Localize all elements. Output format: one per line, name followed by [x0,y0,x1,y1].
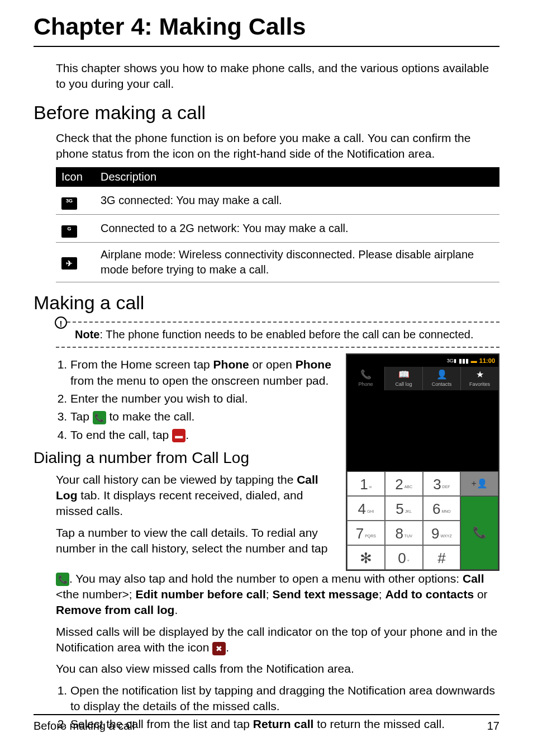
icon-2g: G [61,225,77,238]
tab-contacts[interactable]: 👤 Contacts [423,367,461,390]
p4a: Missed calls will be displayed by the ca… [56,625,497,654]
calllog-p1: Your call history can be viewed by tappi… [56,472,339,519]
missed-call-icon: ✖ [212,642,226,655]
call-icon: 📞 [93,411,106,424]
step-1: From the Home screen tap Phone or open P… [70,357,339,389]
desc-2g: Connected to a 2G network: You may make … [95,215,499,243]
icon-3g: 3G [61,197,77,210]
step4-text-a: To end the call, tap [70,428,172,441]
step1-text-e: from the menu to open the onscreen numbe… [70,374,329,387]
step1-text-c: or open [249,358,296,371]
p3e: ; [266,588,273,601]
key-5[interactable]: 5JKL [385,496,423,521]
key-0[interactable]: 0+ [385,545,423,570]
contacts-tab-icon: 👤 [423,370,460,379]
step-4: To end the call, tap ▬. [70,427,339,443]
table-row: G Connected to a 2G network: You may mak… [56,215,499,243]
note-body: : The phone function needs to be enabled… [99,328,473,341]
key-9[interactable]: 9WXYZ [423,521,461,545]
p3f: Send text message [273,588,379,601]
call-icon: 📞 [56,573,69,586]
note-label: Note [75,328,99,341]
before-body: Check that the phone function is on befo… [56,130,499,162]
table-row: ✈ Airplane mode: Wireless connectivity d… [56,243,499,282]
phone-number-display [347,390,498,471]
making-call-steps: From the Home screen tap Phone or open P… [56,357,339,443]
tab-phone[interactable]: 📞 Phone [347,367,385,390]
tab-calllog-label: Call log [395,381,412,387]
step4-text-b: . [185,428,189,441]
key-hash[interactable]: # [423,545,461,570]
p3g: ; [379,588,386,601]
p3b: Call [463,572,484,585]
status-3g-icon: 3G▮ [447,357,456,364]
missed-step-1: Open the notification list by tapping an… [70,683,499,715]
key-8[interactable]: 8TUV [385,521,423,545]
footer-page-number: 17 [487,719,499,734]
step3-text-a: Tap [70,410,93,423]
tab-favorites-label: Favorites [469,381,490,387]
p3d: Edit number before call [135,588,265,601]
desc-3g: 3G connected: You may make a call. [95,187,499,215]
step3-text-b: to make the call. [106,410,195,423]
tab-phone-label: Phone [358,381,373,387]
icon-airplane: ✈ [61,257,77,270]
col-icon: Icon [56,167,95,187]
calllog-tab-icon: 📖 [385,370,422,379]
calllog-p5: You can also view missed calls from the … [56,661,499,677]
add-contact-icon: +👤 [471,478,487,490]
step-2: Enter the number you wish to dial. [70,391,339,407]
key-7[interactable]: 7PQRS [347,521,385,545]
tab-favorites[interactable]: ★ Favorites [461,367,498,390]
title-rule [34,46,499,47]
subsection-calllog-heading: Dialing a number from Call Log [34,447,339,469]
phone-keypad: 1∞ 2ABC 3DEF +👤 4GHI 5JKL 6MNO 📞 7PQRS 8… [347,471,498,570]
key-2[interactable]: 2ABC [385,471,423,496]
p4b: . [226,641,229,654]
p3h: Add to contacts [385,588,474,601]
icon-table: Icon Description 3G 3G connected: You ma… [56,167,499,282]
step1-text-a: From the Home screen tap [70,358,213,371]
p1a: Your call history can be viewed by tappi… [56,473,297,486]
note-box: ! Note: The phone function needs to be e… [56,322,499,348]
step1-phone-1: Phone [213,358,249,371]
p3j: Remove from call log [56,603,174,616]
status-time: 11:00 [479,357,495,365]
phone-tabs: 📞 Phone 📖 Call log 👤 Contacts ★ Favorite… [347,367,498,390]
tab-calllog[interactable]: 📖 Call log [385,367,423,390]
col-desc: Description [95,167,499,187]
p3k: . [174,603,178,616]
favorites-tab-icon: ★ [461,370,498,379]
calllog-p4: Missed calls will be displayed by the ca… [56,624,499,656]
note-icon: ! [55,316,67,329]
p3c: <the number>; [56,588,135,601]
desc-airplane: Airplane mode: Wireless connectivity dis… [95,243,499,282]
footer-left: Before making a call [34,719,135,734]
step1-phone-2: Phone [296,358,331,371]
section-before-heading: Before making a call [34,100,499,126]
p3i: or [474,588,488,601]
dial-icon: 📞 [473,525,487,540]
calllog-p3: 📞. You may also tap and hold the number … [56,571,499,618]
key-1[interactable]: 1∞ [347,471,385,496]
phone-mockup: 3G▮ ▮▮▮ ▬ 11:00 📞 Phone 📖 Call log [346,353,499,571]
key-star[interactable]: ✻ [347,545,385,570]
status-signal-icon: ▮▮▮ [459,357,469,365]
p1c: tab. It displays recent received, dialed… [56,489,303,517]
key-3[interactable]: 3DEF [423,471,461,496]
phone-status-bar: 3G▮ ▮▮▮ ▬ 11:00 [347,355,498,367]
key-add-contact[interactable]: +👤 [460,471,498,496]
key-dial[interactable]: 📞 [460,496,498,570]
calllog-p2: Tap a number to view the call details. T… [56,525,339,557]
phone-tab-icon: 📞 [347,370,384,379]
table-row: 3G 3G connected: You may make a call. [56,187,499,215]
step-3: Tap 📞 to make the call. [70,409,339,424]
page-footer: Before making a call 17 [34,714,499,734]
tab-contacts-label: Contacts [432,381,452,387]
end-call-icon: ▬ [172,429,185,442]
intro-paragraph: This chapter shows you how to make phone… [56,60,499,92]
key-6[interactable]: 6MNO [423,496,461,521]
section-making-heading: Making a call [34,290,499,316]
key-4[interactable]: 4GHI [347,496,385,521]
chapter-title: Chapter 4: Making Calls [34,10,499,42]
